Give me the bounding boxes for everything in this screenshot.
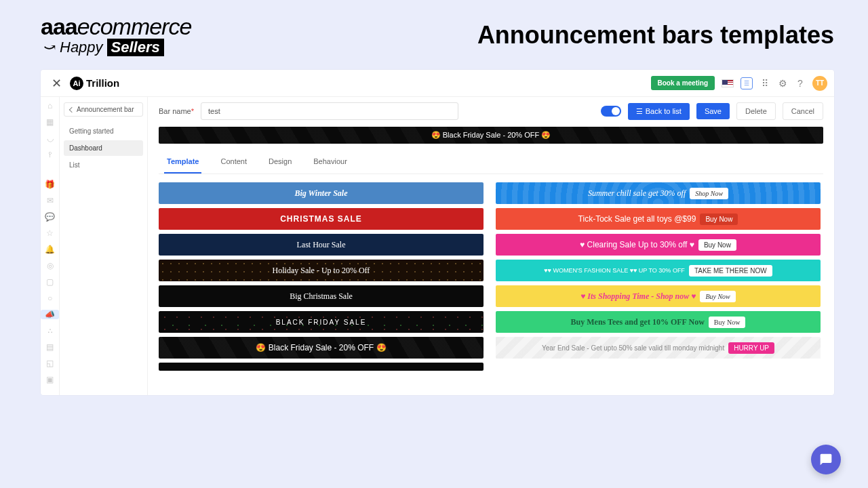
help-icon[interactable]: ?	[795, 78, 806, 89]
comment-icon[interactable]: ◱	[45, 359, 55, 368]
template-ticktock-btn[interactable]: Buy Now	[700, 214, 738, 225]
subnav-getting-started[interactable]: Getting started	[64, 123, 143, 139]
template-holiday[interactable]: Holiday Sale - Up to 20% Off	[159, 260, 484, 281]
delete-button[interactable]: Delete	[736, 102, 776, 120]
app-logo[interactable]: Ai Trillion	[70, 77, 119, 90]
star-icon[interactable]: ☆	[45, 228, 55, 238]
template-mens-btn[interactable]: Buy Now	[709, 317, 746, 328]
megaphone-icon[interactable]: 📣	[41, 310, 59, 319]
app-logo-badge: Ai	[70, 77, 83, 90]
template-bigchristmas[interactable]: Big Christmas Sale	[159, 285, 484, 307]
apps-icon[interactable]: ⠿	[760, 78, 770, 89]
sub-sidebar: Announcement bar Getting started Dashboa…	[60, 97, 148, 395]
chevron-left-icon	[69, 106, 75, 112]
tree-icon[interactable]: ⛬	[45, 326, 55, 336]
templates-area: Big Winter Sale CHRISTMAS SALE Last Hour…	[159, 182, 823, 372]
template-clearing[interactable]: ♥ Clearing Sale Up to 30% off ♥Buy Now	[496, 234, 821, 256]
template-winter[interactable]: Big Winter Sale	[159, 182, 484, 204]
bar-name-label: Bar name*	[159, 107, 194, 115]
tab-content[interactable]: Content	[218, 150, 250, 174]
tab-behaviour[interactable]: Behaviour	[311, 150, 350, 174]
back-to-list-button[interactable]: ☰Back to list	[628, 103, 690, 120]
template-mens[interactable]: Buy Mens Tees and get 10% OFF NowBuy Now	[496, 311, 821, 333]
template-lasthour[interactable]: Last Hour Sale	[159, 234, 484, 256]
tab-design[interactable]: Design	[266, 150, 294, 174]
circle-icon[interactable]: ○	[45, 293, 55, 303]
app-topbar: ✕ Ai Trillion Book a meeting ☰ ⠿ ⚙ ? TT	[41, 70, 834, 97]
book-meeting-button[interactable]: Book a meeting	[651, 76, 715, 90]
template-womens-btn[interactable]: Take me there Now	[689, 265, 772, 277]
chat-widget[interactable]	[811, 445, 841, 474]
close-icon[interactable]: ✕	[47, 76, 66, 91]
mail-icon[interactable]: ✉	[45, 196, 55, 205]
template-summer-btn[interactable]: Shop Now	[690, 188, 728, 199]
notebook-icon[interactable]: ☰	[741, 77, 753, 89]
template-yearend-btn[interactable]: HURRY UP	[728, 342, 774, 354]
subnav-list[interactable]: List	[64, 157, 143, 173]
template-blackfriday2[interactable]: 😍 Black Friday Sale - 20% OFF 😍	[159, 337, 484, 359]
logo-bold: aaa	[41, 14, 77, 39]
templates-left-column[interactable]: Big Winter Sale CHRISTMAS SALE Last Hour…	[159, 182, 486, 372]
badge-icon[interactable]: ◎	[45, 261, 55, 270]
page-header: aaaecommerce ⤻ Happy Sellers Announcemen…	[0, 0, 868, 63]
smile-icon: ⤻	[43, 39, 56, 56]
save-button[interactable]: Save	[696, 103, 730, 119]
logo-happy: Happy	[60, 39, 103, 56]
tab-template[interactable]: Template	[164, 150, 201, 174]
flag-icon[interactable]	[722, 79, 734, 87]
template-summer[interactable]: Summer chill sale get 30% offShop Now	[496, 182, 821, 204]
bell-icon[interactable]: 🔔	[45, 245, 55, 254]
preview-bar: 😍 Black Friday Sale - 20% OFF 😍	[159, 127, 823, 144]
gift-icon[interactable]: 🎁	[45, 180, 55, 189]
cancel-button[interactable]: Cancel	[783, 102, 823, 120]
template-womens[interactable]: ♥♥ WOMEN'S FASHION SALE ♥♥ UP TO 30% OFF…	[496, 260, 821, 281]
enable-toggle[interactable]	[601, 106, 621, 117]
logo-script: ecommerce	[77, 14, 192, 39]
gear-icon[interactable]: ⚙	[777, 78, 788, 89]
breadcrumb-label: Announcement bar	[77, 106, 134, 113]
tabs: Template Content Design Behaviour	[159, 150, 823, 174]
user-icon[interactable]: ◡	[45, 134, 55, 143]
logo-sellers: Sellers	[107, 39, 164, 56]
app-logo-text: Trillion	[86, 77, 119, 89]
analytics-icon[interactable]: ⫯	[45, 150, 55, 159]
template-ticktock[interactable]: Tick-Tock Sale get all toys @$99Buy Now	[496, 208, 821, 230]
app-frame: ✕ Ai Trillion Book a meeting ☰ ⠿ ⚙ ? TT …	[41, 70, 834, 395]
template-christmas[interactable]: CHRISTMAS SALE	[159, 208, 484, 230]
icon-rail: ⌂ ▦ ◡ ⫯ 🎁 ✉ 💬 ☆ 🔔 ◎ ▢ ○ 📣 ⛬ ▤ ◱ ▣	[41, 97, 60, 395]
main-content: Bar name* ☰Back to list Save Delete Canc…	[148, 97, 834, 395]
brand-logo: aaaecommerce ⤻ Happy Sellers	[41, 14, 191, 56]
template-shopping-btn[interactable]: Buy Now	[700, 291, 735, 302]
subnav-dashboard[interactable]: Dashboard	[64, 140, 143, 156]
avatar[interactable]: TT	[812, 76, 827, 91]
template-yearend[interactable]: Year End Sale - Get upto 50% sale valid …	[496, 337, 821, 359]
home-icon[interactable]: ⌂	[45, 101, 55, 110]
templates-right-column[interactable]: Summer chill sale get 30% offShop Now Ti…	[496, 182, 823, 372]
template-blackfriday1[interactable]: BLACK FRIDAY SALE	[159, 311, 484, 333]
bar-name-input[interactable]	[201, 102, 458, 120]
template-clearing-btn[interactable]: Buy Now	[698, 239, 736, 251]
clipboard-icon[interactable]: ▢	[45, 277, 55, 287]
chat-icon[interactable]: 💬	[45, 212, 55, 222]
page-title: Announcement bars templates	[477, 21, 834, 49]
breadcrumb-back[interactable]: Announcement bar	[64, 102, 143, 117]
template-more[interactable]	[159, 363, 484, 371]
template-shopping[interactable]: ♥ Its Shopping Time - Shop now ♥Buy Now	[496, 285, 821, 307]
doc-icon[interactable]: ▤	[45, 342, 55, 352]
grid-icon[interactable]: ▦	[45, 117, 55, 127]
box-icon[interactable]: ▣	[45, 375, 55, 384]
preview-text: 😍 Black Friday Sale - 20% OFF 😍	[431, 131, 551, 139]
